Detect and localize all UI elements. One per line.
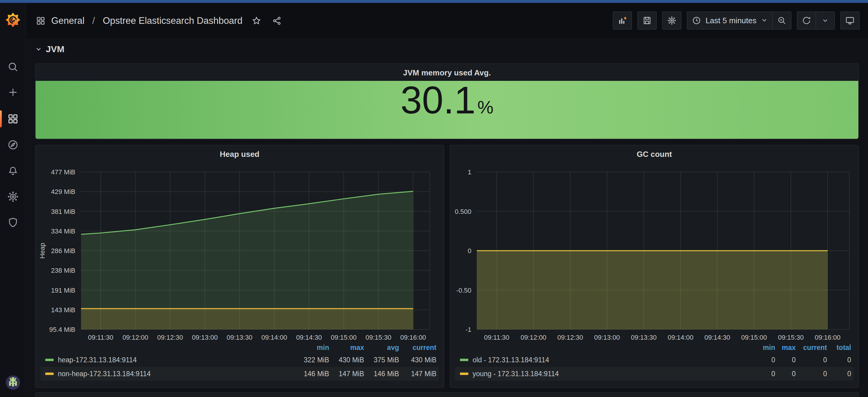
compass-icon <box>7 139 19 151</box>
x-tick-label: 09:13:30 <box>227 334 253 341</box>
x-tick-label: 09:14:30 <box>296 334 322 341</box>
x-tick-label: 09:15:30 <box>778 334 804 341</box>
legend-header: minmaxcurrenttotal <box>455 342 854 353</box>
sidebar-item-configuration[interactable] <box>0 187 26 207</box>
sidebar <box>0 3 26 397</box>
y-tick-label: 477 MiB <box>51 168 75 176</box>
x-tick-label: 09:12:00 <box>122 334 148 341</box>
search-icon <box>7 61 19 73</box>
zoom-out-icon <box>777 16 786 25</box>
x-tick-label: 09:15:30 <box>366 334 392 341</box>
shield-icon <box>7 217 19 229</box>
series-color-swatch[interactable] <box>45 359 54 361</box>
window-top-bar <box>0 0 868 3</box>
legend-value: 146 MiB <box>367 370 401 378</box>
row-jvm-header[interactable]: JVM <box>35 44 64 54</box>
settings-gear-icon <box>667 16 677 25</box>
legend-series-name: heap-172.31.13.184:9114 <box>58 356 137 364</box>
refresh-interval-dropdown[interactable] <box>816 11 835 30</box>
y-tick-label: 0 <box>468 247 471 255</box>
legend-series-name: non-heap-172.31.13.184:9114 <box>58 370 151 378</box>
x-tick-label: 09:15:00 <box>331 334 357 341</box>
legend-sort-current[interactable]: current <box>798 344 830 352</box>
bell-icon <box>7 165 19 177</box>
legend-series-name: young - 172.31.13.184:9114 <box>472 370 559 378</box>
time-range-caret <box>761 15 768 26</box>
y-tick-label: 95.4 MiB <box>49 326 75 333</box>
heap-legend: minmaxavgcurrentheap-172.31.13.184:91143… <box>40 342 439 381</box>
stat-value-background: 30.1 % <box>36 81 858 139</box>
x-tick-label: 09:13:00 <box>192 334 218 341</box>
legend-sort-min[interactable]: min <box>757 344 778 352</box>
legend-value: 147 MiB <box>401 370 439 378</box>
legend-sort-max[interactable]: max <box>778 344 798 352</box>
time-range-picker[interactable]: Last 5 minutes <box>687 11 773 30</box>
breadcrumb-dashboard-title[interactable]: Opstree Elasticsearch Dashboard <box>103 16 243 26</box>
chevron-down-icon <box>822 17 829 24</box>
series-color-swatch[interactable] <box>45 373 54 375</box>
legend-header: minmaxavgcurrent <box>40 342 439 353</box>
gc-legend: minmaxcurrenttotalold - 172.31.13.184:91… <box>455 342 854 381</box>
gc-count-chart[interactable]: 10.5000-0.50-109:11:3009:12:0009:12:3009… <box>450 145 860 341</box>
legend-series-toggle[interactable]: non-heap-172.31.13.184:9114 <box>40 370 297 378</box>
y-tick-label: 334 MiB <box>51 227 75 235</box>
cycle-view-mode-button[interactable] <box>840 11 860 30</box>
share-icon[interactable] <box>272 16 282 26</box>
panel-gc-count: GC count 10.5000-0.50-109:11:3009:12:000… <box>450 145 859 388</box>
grafana-logo[interactable] <box>0 9 26 31</box>
refresh-icon <box>802 16 811 25</box>
avatar-icon <box>5 375 21 390</box>
legend-sort-max[interactable]: max <box>332 344 367 352</box>
breadcrumb-section[interactable]: General <box>51 16 84 26</box>
sidebar-item-create[interactable] <box>0 82 26 103</box>
legend-value: 0 <box>778 356 798 364</box>
y-tick-label: 191 MiB <box>51 287 75 294</box>
sidebar-item-server-admin[interactable] <box>0 212 26 233</box>
x-tick-label: 09:12:30 <box>557 334 583 341</box>
legend-sort-total[interactable]: total <box>830 344 854 352</box>
x-tick-label: 09:16:00 <box>815 334 841 341</box>
legend-series-toggle[interactable]: heap-172.31.13.184:9114 <box>40 356 297 364</box>
legend-series-toggle[interactable]: old - 172.31.13.184:9114 <box>455 356 757 364</box>
heap-used-chart[interactable]: 477 MiB429 MiB381 MiB334 MiB286 MiB238 M… <box>36 145 445 341</box>
y-tick-label: -1 <box>465 326 471 333</box>
y-tick-label: -0.50 <box>456 287 471 294</box>
y-tick-label: 238 MiB <box>51 267 75 274</box>
stat-value: 30.1 <box>401 81 475 119</box>
user-avatar[interactable] <box>0 373 26 392</box>
legend-sort-min[interactable]: min <box>297 344 332 352</box>
legend-row: young - 172.31.13.184:91140000 <box>455 367 854 381</box>
clock-icon <box>692 16 701 25</box>
y-tick-label: 1 <box>468 168 471 176</box>
legend-value: 375 MiB <box>367 356 401 364</box>
legend-sort-avg[interactable]: avg <box>367 344 401 352</box>
dashboard-toolbar: Last 5 minutes <box>613 11 860 30</box>
sidebar-item-alerting[interactable] <box>0 161 26 181</box>
add-panel-icon <box>618 16 627 25</box>
x-tick-label: 09:16:00 <box>400 334 426 341</box>
series-color-swatch[interactable] <box>460 359 468 361</box>
save-dashboard-button[interactable] <box>638 11 657 30</box>
sidebar-item-search[interactable] <box>0 57 26 77</box>
x-tick-label: 09:11:30 <box>484 334 509 341</box>
legend-row: heap-172.31.13.184:9114322 MiB430 MiB375… <box>40 353 439 367</box>
dashboard-settings-button[interactable] <box>662 11 681 30</box>
y-tick-label: 381 MiB <box>51 208 75 216</box>
legend-sort-current[interactable]: current <box>401 344 439 352</box>
y-tick-label: 429 MiB <box>51 188 75 196</box>
x-tick-label: 09:12:30 <box>157 334 183 341</box>
star-icon[interactable] <box>251 16 261 26</box>
refresh-button[interactable] <box>797 11 816 30</box>
sidebar-item-dashboards[interactable] <box>0 109 26 129</box>
panel-title[interactable]: JVM memory used Avg. <box>36 68 858 78</box>
legend-series-toggle[interactable]: young - 172.31.13.184:9114 <box>455 370 757 378</box>
zoom-out-time-button[interactable] <box>773 11 792 30</box>
series-color-swatch[interactable] <box>460 373 468 375</box>
add-panel-button[interactable] <box>613 11 632 30</box>
panel-jvm-memory-used-avg: JVM memory used Avg. 30.1 % <box>35 63 859 139</box>
x-tick-label: 09:14:00 <box>261 334 287 341</box>
sidebar-item-explore[interactable] <box>0 135 26 155</box>
grafana-dashboard: General / Opstree Elasticsearch Dashboar… <box>0 0 868 397</box>
legend-value: 430 MiB <box>401 356 439 364</box>
legend-value: 147 MiB <box>332 370 367 378</box>
